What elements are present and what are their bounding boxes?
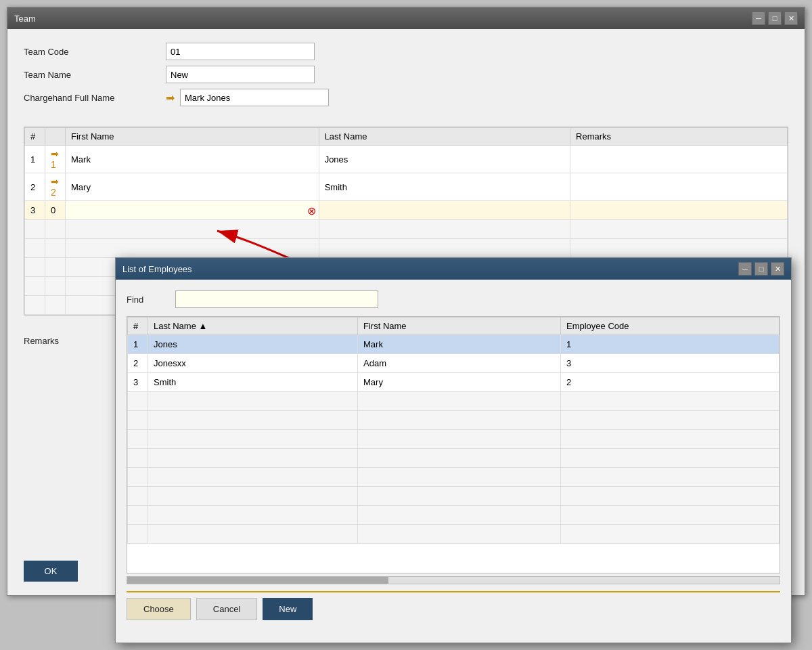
close-button[interactable]: ✕ [784, 12, 798, 25]
emp-lastname: Jones [148, 335, 358, 354]
dialog-window-controls: ─ □ ✕ [738, 262, 784, 276]
row-num: 2 [25, 173, 45, 201]
row-firstname: Mark [66, 146, 319, 173]
row-lastname: Jones [319, 146, 570, 173]
row-num: 3 [25, 201, 45, 220]
find-label: Find [127, 295, 167, 305]
emp-num: 2 [128, 354, 148, 373]
find-row: Find [127, 290, 780, 308]
team-code-field [166, 43, 430, 60]
window-controls: ─ □ ✕ [752, 12, 798, 25]
col-header-remarks: Remarks [570, 128, 788, 146]
employee-row[interactable]: 1 Jones Mark 1 [128, 335, 780, 354]
team-code-label: Team Code [24, 43, 159, 60]
team-name-field [166, 66, 430, 83]
maximize-button[interactable]: □ [768, 12, 782, 25]
main-window-title: Team [14, 14, 36, 24]
cancel-button[interactable]: Cancel [196, 598, 257, 620]
row-arrow-icon: ➡ 1 [51, 148, 59, 170]
dialog-window: List of Employees ─ □ ✕ Find ⤢ # Last Na… [115, 257, 792, 643]
bottom-buttons: OK [24, 561, 78, 582]
row-arrow-icon: ➡ 2 [51, 176, 59, 198]
team-name-label: Team Name [24, 66, 159, 83]
dialog-table-header: # Last Name ▲ First Name Employee Code [128, 318, 780, 335]
row-num: 1 [25, 146, 45, 173]
emp-code: 3 [561, 354, 780, 373]
row-arrow: ➡ 2 [45, 173, 66, 201]
clear-icon[interactable]: ⊗ [307, 204, 316, 217]
table-row: 2 ➡ 2 Mary Smith [25, 173, 788, 201]
choose-button[interactable]: Choose [127, 598, 191, 620]
employee-row-empty [128, 411, 780, 430]
row-arrow: ➡ 1 [45, 146, 66, 173]
find-input[interactable] [175, 290, 378, 308]
chargehand-field: ➡ [166, 89, 430, 106]
emp-firstname: Mark [358, 335, 561, 354]
emp-code: 2 [561, 373, 780, 392]
emp-code: 1 [561, 335, 780, 354]
employee-row-empty [128, 449, 780, 468]
employee-row-empty [128, 392, 780, 411]
employee-row-empty [128, 506, 780, 525]
row-lastname: Smith [319, 173, 570, 201]
dialog-col-header-firstname[interactable]: First Name [358, 318, 561, 335]
scrollbar-thumb[interactable] [127, 577, 388, 584]
employee-row-empty [128, 468, 780, 487]
col-header-arrow [45, 128, 66, 146]
row-remarks [570, 146, 788, 173]
dialog-bottom-buttons: Choose Cancel New [127, 591, 780, 620]
row-remarks [570, 173, 788, 201]
employee-row[interactable]: 2 Jonesxx Adam 3 [128, 354, 780, 373]
employee-row[interactable]: 3 Smith Mary 2 [128, 373, 780, 392]
horizontal-scrollbar[interactable] [127, 576, 780, 584]
dialog-content: Find ⤢ # Last Name ▲ First Name Employee… [116, 280, 791, 631]
chargehand-input[interactable] [180, 89, 329, 106]
ok-button[interactable]: OK [24, 561, 78, 582]
emp-lastname: Smith [148, 373, 358, 392]
col-header-firstname: First Name [66, 128, 319, 146]
emp-firstname: Adam [358, 354, 561, 373]
row-id: 0 [45, 201, 66, 220]
emp-num: 1 [128, 335, 148, 354]
col-header-num: # [25, 128, 45, 146]
emp-firstname: Mary [358, 373, 561, 392]
table-row-empty [25, 220, 788, 239]
dialog-maximize-button[interactable]: □ [754, 262, 768, 276]
employee-row-empty [128, 525, 780, 544]
employee-row-empty [128, 487, 780, 506]
emp-lastname: Jonesxx [148, 354, 358, 373]
col-header-lastname: Last Name [319, 128, 570, 146]
team-code-input[interactable] [166, 43, 315, 60]
table-row-empty [25, 239, 788, 258]
new-button[interactable]: New [263, 598, 313, 620]
table-row: 3 0 ⊗ [25, 201, 788, 220]
row-firstname: Mary [66, 173, 319, 201]
dialog-minimize-button[interactable]: ─ [738, 262, 752, 276]
table-header-row: # First Name Last Name Remarks [25, 128, 788, 146]
dialog-title-bar: List of Employees ─ □ ✕ [116, 258, 791, 280]
table-row: 1 ➡ 1 Mark Jones [25, 146, 788, 173]
form-fields: Team Code Team Name Chargehand Full Name… [24, 43, 430, 106]
employee-table: # Last Name ▲ First Name Employee Code 1… [127, 317, 780, 544]
dialog-col-header-empcode[interactable]: Employee Code [561, 318, 780, 335]
dialog-title: List of Employees [122, 264, 192, 274]
chargehand-label: Chargehand Full Name [24, 89, 159, 106]
dialog-close-button[interactable]: ✕ [771, 262, 784, 276]
emp-num: 3 [128, 373, 148, 392]
team-name-input[interactable] [166, 66, 315, 83]
minimize-button[interactable]: ─ [752, 12, 765, 25]
row-firstname[interactable]: ⊗ [66, 201, 319, 220]
main-title-bar: Team ─ □ ✕ [7, 7, 805, 29]
dialog-col-header-lastname[interactable]: Last Name ▲ [148, 318, 358, 335]
row-lastname [319, 201, 570, 220]
dialog-col-header-num: # [128, 318, 148, 335]
chargehand-arrow-icon: ➡ [166, 91, 175, 104]
row-remarks [570, 201, 788, 220]
employee-row-empty [128, 430, 780, 449]
employee-table-container: ⤢ # Last Name ▲ First Name Employee Code… [127, 316, 780, 573]
